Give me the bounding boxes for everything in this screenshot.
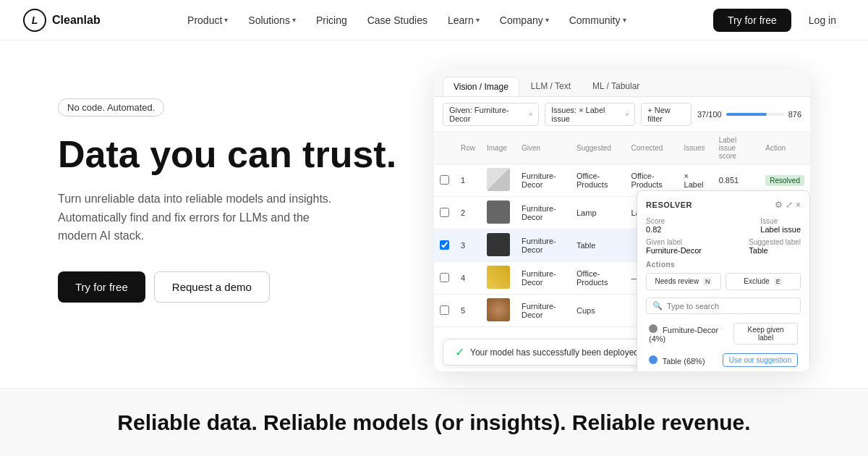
product-ui: Vision / Image LLM / Text ML / Tabular G… [434, 69, 810, 371]
check-icon: ✓ [455, 345, 464, 359]
search-input[interactable] [667, 302, 794, 311]
row-checkbox[interactable] [440, 175, 449, 185]
keyboard-shortcut: N [703, 277, 712, 286]
label-option-2[interactable]: Table (68%) Use our suggestion [646, 350, 801, 370]
col-suggested: Suggested [571, 132, 625, 164]
image-thumbnail [487, 298, 510, 321]
nav-actions: Try for free Log in [713, 9, 845, 32]
nav-community[interactable]: Community ▾ [561, 10, 635, 30]
col-corrected: Corrected [625, 132, 678, 164]
nav-pricing[interactable]: Pricing [307, 10, 356, 30]
label-search: 🔍 [646, 297, 801, 314]
col-given: Given [516, 132, 571, 164]
hero-subtitle: Turn unreliable data into reliable model… [58, 190, 333, 245]
nav-solutions[interactable]: Solutions ▾ [239, 10, 305, 30]
progress-fill [726, 113, 767, 116]
hero-badge: No code. Automated. [58, 98, 164, 117]
product-tabs: Vision / Image LLM / Text ML / Tabular [434, 69, 810, 97]
needs-review-button[interactable]: Needs review N [646, 273, 721, 290]
use-suggestion-button[interactable]: Use our suggestion [723, 353, 798, 367]
logo[interactable]: L Cleanlab [23, 9, 101, 32]
tab-ml-tabular[interactable]: ML / Tabular [582, 77, 650, 96]
resolver-label-row: Given label Furniture-Decor Suggested la… [646, 238, 801, 255]
image-thumbnail [487, 266, 510, 289]
hero-demo-button[interactable]: Request a demo [154, 271, 270, 303]
bottom-title: Reliable data. Reliable models (or insig… [58, 410, 810, 435]
col-score: Label issue score [713, 132, 760, 164]
exclude-label: Exclude [744, 277, 770, 285]
resolver-header: RESOLVER ⚙ ⤢ × [646, 200, 801, 210]
nav-links: Product ▾ Solutions ▾ Pricing Case Studi… [179, 10, 634, 30]
col-row: Row [455, 132, 481, 164]
label-color-icon [649, 355, 658, 364]
col-check [434, 132, 455, 164]
hero-left: No code. Automated. Data you can trust. … [58, 84, 405, 303]
search-icon: 🔍 [652, 301, 663, 311]
close-icon: × [529, 111, 532, 118]
logo-icon: L [23, 9, 46, 32]
logo-text: Cleanlab [52, 14, 101, 27]
label-color-icon [649, 324, 658, 333]
close-icon: × [625, 111, 629, 118]
tab-vision-image[interactable]: Vision / Image [443, 77, 519, 96]
nav-case-studies[interactable]: Case Studies [359, 10, 436, 30]
chevron-down-icon: ▾ [623, 16, 626, 24]
nav-try-button[interactable]: Try for free [713, 9, 791, 32]
hero-title: Data you can trust. [58, 134, 405, 175]
resolver-actions: Needs review N Exclude E [646, 273, 801, 290]
chevron-down-icon: ▾ [545, 16, 549, 24]
chevron-down-icon: ▾ [224, 16, 228, 24]
bottom-section: Reliable data. Reliable models (or insig… [0, 388, 868, 456]
row-checkbox[interactable] [440, 208, 449, 217]
expand-icon[interactable]: ⤢ [786, 200, 793, 210]
nav-learn[interactable]: Learn ▾ [439, 10, 488, 30]
col-image: Image [481, 132, 516, 164]
hero-buttons: Try for free Request a demo [58, 271, 405, 303]
resolver-panel: RESOLVER ⚙ ⤢ × Score 0.82 Is [637, 190, 810, 371]
nav-login-button[interactable]: Log in [800, 9, 845, 32]
exclude-button[interactable]: Exclude E [726, 273, 801, 290]
label-option-1[interactable]: Furniture-Decor (4%) Keep given label [646, 320, 801, 347]
resolver-score-row: Score 0.82 Issue Label issue [646, 217, 801, 234]
tab-llm-text[interactable]: LLM / Text [521, 77, 581, 96]
ui-toolbar: Given: Furniture-Decor × Issues: × Label… [434, 97, 810, 132]
image-thumbnail [487, 200, 510, 224]
close-icon[interactable]: × [796, 200, 801, 210]
nav-product[interactable]: Product ▾ [179, 10, 237, 30]
row-checkbox[interactable] [440, 240, 449, 250]
col-issues: Issues [678, 132, 713, 164]
settings-icon[interactable]: ⚙ [775, 200, 783, 210]
filter-issues[interactable]: Issues: × Label issue × [545, 103, 635, 126]
actions-label: Actions [646, 261, 801, 269]
keep-given-label-button[interactable]: Keep given label [733, 323, 798, 345]
col-action: Action [760, 132, 810, 164]
chevron-down-icon: ▾ [476, 16, 480, 24]
ui-main: Row Image Given Suggested Corrected Issu… [434, 132, 810, 371]
progress-area: 37/100 876 [697, 110, 801, 119]
hero-try-button[interactable]: Try for free [58, 271, 145, 303]
progress-bar [726, 113, 784, 116]
keyboard-shortcut: E [774, 277, 783, 286]
filter-given[interactable]: Given: Furniture-Decor × [443, 103, 539, 126]
resolved-tag: Resolved [765, 175, 804, 186]
resolver-icons: ⚙ ⤢ × [775, 200, 801, 210]
row-checkbox[interactable] [440, 305, 449, 315]
filter-new[interactable]: + New filter [641, 103, 692, 126]
hero-right: Vision / Image LLM / Text ML / Tabular G… [434, 69, 810, 371]
chevron-down-icon: ▾ [292, 16, 296, 24]
resolver-title: RESOLVER [646, 200, 692, 209]
needs-review-label: Needs review [655, 277, 699, 285]
navbar: L Cleanlab Product ▾ Solutions ▾ Pricing… [0, 0, 868, 41]
image-thumbnail [487, 168, 510, 191]
hero-section: No code. Automated. Data you can trust. … [0, 41, 868, 388]
image-thumbnail [487, 233, 510, 256]
nav-company[interactable]: Company ▾ [491, 10, 558, 30]
row-checkbox[interactable] [440, 273, 449, 282]
